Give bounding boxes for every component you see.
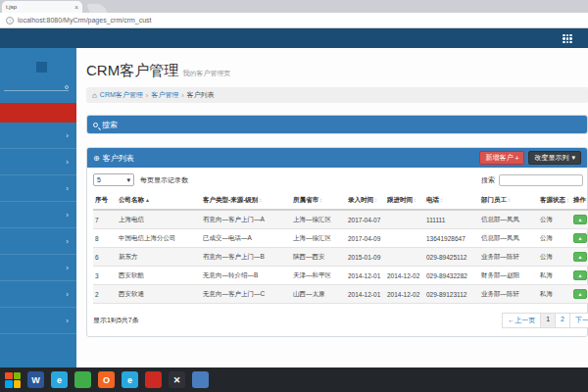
sort-icon: ↕ xyxy=(440,197,443,203)
cell-region: 山西—太原 xyxy=(291,285,346,304)
caret-down-icon: ▾ xyxy=(571,154,575,162)
breadcrumb-separator: › xyxy=(181,92,183,99)
col-label: 客户类型-来源-级别 xyxy=(203,196,258,203)
col-phone[interactable]: 电话↕ xyxy=(424,192,479,210)
action-icon: ▲ xyxy=(578,291,583,297)
site-info-icon[interactable]: i xyxy=(6,17,14,24)
col-status[interactable]: 客源状态↕ xyxy=(538,192,571,210)
cell-followed: 2014-12-02 xyxy=(385,267,424,285)
main-content: CRM客户管理我的客户管理页 ⌂ CRM客户管理 › 客户管理 › 客户列表 搜… xyxy=(76,48,588,368)
home-icon[interactable]: ⌂ xyxy=(92,91,97,100)
col-followed[interactable]: 跟进时间↕ xyxy=(385,192,424,210)
col-created[interactable]: 录入时间↕ xyxy=(346,192,385,210)
taskbar-icon-red-app[interactable] xyxy=(145,371,162,388)
cell-type: 有意向—客户上门—B xyxy=(201,248,291,267)
breadcrumb-item[interactable]: CRM客户管理 xyxy=(100,90,143,100)
table-row: 2 西安软通 无意向—客户上门—C 山西—太原 2014-12-01 2014-… xyxy=(93,285,588,304)
sidebar-item[interactable]: › xyxy=(0,202,76,228)
cell-region: 上海—徐汇区 xyxy=(291,229,346,248)
taskbar-icon-word[interactable]: W xyxy=(27,371,44,388)
table-row: 8 中国电信上海分公司 已成交—电话—A 上海—徐汇区 2017-04-09 1… xyxy=(93,229,588,248)
sidebar-search-input[interactable] xyxy=(4,83,69,91)
cell-followed: 2014-12-02 xyxy=(385,285,424,304)
app-navbar xyxy=(0,28,588,48)
search-panel-header[interactable]: 搜索 xyxy=(87,116,587,133)
col-label: 客源状态 xyxy=(540,196,565,203)
add-customer-button[interactable]: 新增客户 + xyxy=(479,151,524,165)
breadcrumb-item[interactable]: 客户管理 xyxy=(151,90,178,100)
tab-close-icon[interactable]: × xyxy=(74,4,78,11)
change-columns-button[interactable]: 改变显示列 ▾ xyxy=(528,151,581,165)
col-region[interactable]: 所属省市↕ xyxy=(291,192,346,210)
taskbar-icon-firefox[interactable]: O xyxy=(98,371,115,388)
action-icon: ▲ xyxy=(578,235,583,241)
taskbar-icon-green-app[interactable] xyxy=(74,371,91,388)
sort-icon: ↕ xyxy=(414,197,416,203)
row-action-button[interactable]: ▲ xyxy=(573,289,587,299)
col-seq[interactable]: 序号 xyxy=(93,192,117,210)
pagination-page-2[interactable]: 2 xyxy=(555,313,570,328)
page-size-value: 5 xyxy=(97,176,101,183)
row-action-button[interactable]: ▲ xyxy=(573,270,587,280)
sidebar-item-active[interactable] xyxy=(0,103,76,122)
col-type[interactable]: 客户类型-来源-级别↕ xyxy=(201,192,291,210)
sidebar-item[interactable]: › xyxy=(0,122,76,149)
taskbar-icon-blue-app[interactable] xyxy=(192,371,209,388)
col-company[interactable]: 公司名称▲ xyxy=(117,192,201,210)
cell-company: 西安软通 xyxy=(117,285,201,304)
row-action-button[interactable]: ▲ xyxy=(573,252,587,262)
page-size-select[interactable]: 5 ▾ xyxy=(93,173,134,186)
col-staff[interactable]: 部门员工↕ xyxy=(479,192,538,210)
table-row: 3 西安软酷 无意向—转介绍—B 天津—和平区 2014-12-01 2014-… xyxy=(93,267,588,285)
cell-seq: 6 xyxy=(93,248,117,267)
browser-tab[interactable]: t.jsp × xyxy=(2,1,82,13)
pagination-page-1[interactable]: 1 xyxy=(540,313,556,328)
windows-start-button[interactable] xyxy=(5,372,21,388)
search-icon xyxy=(65,85,69,89)
search-panel: 搜索 xyxy=(86,115,588,134)
row-action-button[interactable]: ▲ xyxy=(573,215,587,224)
pagination-prev[interactable]: ←上一页 xyxy=(502,313,541,328)
cell-created: 2014-12-01 xyxy=(346,285,385,304)
table-row: 7 上海电信 有意向—客户上门—A 上海—徐汇区 2017-04-07 1111… xyxy=(93,210,588,229)
chevron-right-icon: › xyxy=(66,184,69,193)
row-action-button[interactable]: ▲ xyxy=(573,233,587,243)
new-tab-button[interactable] xyxy=(87,4,108,13)
sidebar-item[interactable]: › xyxy=(0,281,76,308)
cell-status: 公海 xyxy=(538,248,571,267)
cell-status: 私海 xyxy=(538,267,571,285)
taskbar-icon-ie2[interactable]: e xyxy=(122,371,138,388)
sidebar-item[interactable]: › xyxy=(0,149,76,175)
action-icon: ▲ xyxy=(578,254,583,260)
search-panel-title: 搜索 xyxy=(102,120,118,130)
cell-followed xyxy=(385,248,424,267)
sidebar-logo[interactable] xyxy=(36,62,47,73)
cell-phone: 029-89425112 xyxy=(424,248,479,267)
cell-company: 西安软酷 xyxy=(117,267,201,285)
col-label: 电话 xyxy=(426,196,439,203)
cell-followed xyxy=(385,229,424,248)
cell-region: 天津—和平区 xyxy=(291,267,346,285)
cell-created: 2017-04-09 xyxy=(346,229,385,248)
breadcrumb-separator: › xyxy=(146,92,148,99)
sidebar-item[interactable]: › xyxy=(0,175,76,202)
taskbar-icon-dark-app[interactable]: ✕ xyxy=(169,371,185,388)
sidebar-item[interactable]: › xyxy=(0,255,76,281)
customer-list-title: 客户列表 xyxy=(103,153,134,164)
cell-staff: 财务部—赵阳 xyxy=(479,267,538,285)
search-icon xyxy=(93,122,98,127)
sidebar-item[interactable]: › xyxy=(0,228,76,255)
customer-list-body: 5 ▾ 每页显示记录数 搜索 序号 xyxy=(87,168,587,336)
taskbar-icon-ie[interactable]: e xyxy=(51,371,68,388)
col-label: 录入时间 xyxy=(348,196,373,203)
table-search-input[interactable] xyxy=(499,174,583,186)
col-label: 跟进时间 xyxy=(387,196,413,203)
apps-grid-icon[interactable] xyxy=(563,34,572,43)
pagination-next[interactable]: 下一页→ xyxy=(569,313,588,328)
col-label: 序号 xyxy=(95,196,108,203)
url-text[interactable]: localhost:8080/MyCrm/pages_crm/crm_cust xyxy=(18,17,152,24)
table-header-row: 序号 公司名称▲ 客户类型-来源-级别↕ 所属省市↕ 录入时间↕ 跟进时间↕ 电… xyxy=(93,192,588,210)
customer-table: 序号 公司名称▲ 客户类型-来源-级别↕ 所属省市↕ 录入时间↕ 跟进时间↕ 电… xyxy=(93,192,588,304)
chevron-right-icon: › xyxy=(66,264,69,272)
sidebar-item[interactable]: › xyxy=(0,308,76,334)
